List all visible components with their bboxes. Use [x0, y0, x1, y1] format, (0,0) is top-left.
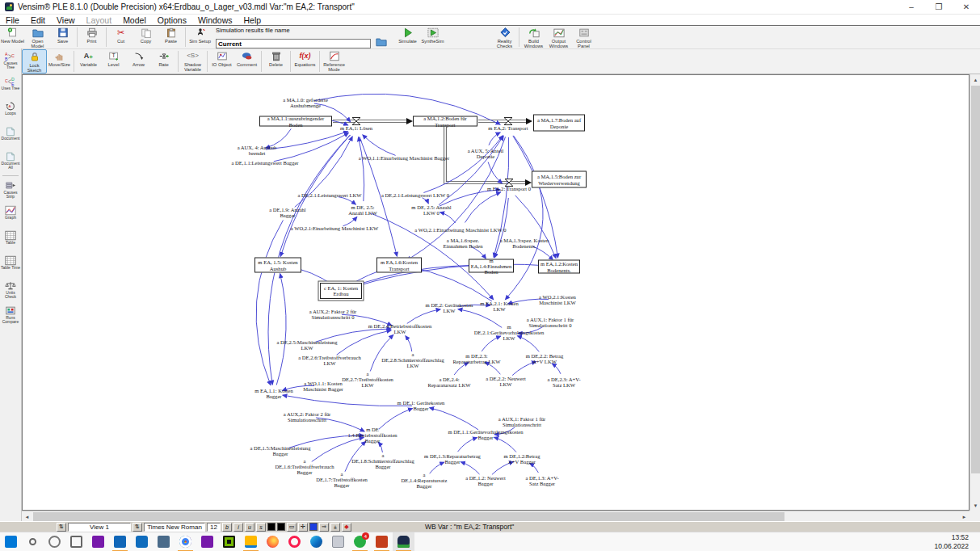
diagram-node-n_de24r[interactable]: a DE,2.4: Reparatursatz LKW [425, 376, 473, 388]
diagram-node-n_de25m[interactable]: a DE,2.5:Maschinenleistung LKW [275, 339, 339, 351]
sim-results-input[interactable] [216, 39, 371, 48]
diagram-node-v_ea2[interactable]: m EA,2: Transport [482, 125, 535, 131]
diagram-node-b_cea1[interactable]: c EA, 1: Kosten Erdbau [320, 283, 362, 299]
diagram-node-n_aux1[interactable]: a AUX,1: Faktor 1 für Simulationsschritt [490, 416, 553, 427]
style-i-button[interactable]: i [233, 523, 243, 532]
diagram-node-n_de12n[interactable]: a DE,1.2: Neuwert Bagger [465, 475, 506, 486]
new-model-button[interactable]: New Model [0, 26, 25, 48]
sim-setup-button[interactable]: Sim Setup [187, 26, 212, 48]
restore-button[interactable]: ❐ [925, 0, 953, 14]
taskbar-store[interactable] [131, 532, 153, 551]
diagram-node-b_ma11[interactable]: a MA,1.1:auszubringender Boden [259, 116, 332, 127]
hide-button[interactable]: ◆ [342, 523, 351, 532]
menu-file[interactable]: File [0, 15, 25, 25]
polarity-button[interactable]: ± [330, 523, 340, 532]
diagram-node-n_ea11[interactable]: m EA,1.1: Kosten Bagger [254, 388, 293, 399]
variable-button[interactable]: A₊ Variable [76, 49, 101, 74]
taskbar-edge[interactable] [305, 532, 327, 551]
diagram-node-b_ea12[interactable]: m EA,1.2:Kosten Bodenents. [538, 260, 580, 274]
diagram-node-n_de11lw[interactable]: a DE,1.1:Leistungswert Bagger [227, 160, 304, 166]
diagram-node-n_de22n[interactable]: a DE,2.2: Neuwert LKW [486, 376, 526, 387]
sketch-canvas[interactable] [22, 74, 969, 511]
arrow-color-swatch[interactable] [309, 523, 318, 531]
rate-button[interactable]: Rate [151, 49, 176, 74]
shape-button[interactable]: ▭ [287, 523, 297, 532]
open-model-button[interactable]: Open Model [25, 26, 50, 48]
diagram-node-n_de14b[interactable]: m DE 1.4:Betriebsstoffkosten Bagger [343, 427, 402, 444]
style-s-button[interactable]: s [256, 523, 266, 532]
style-u-button[interactable]: u [245, 523, 254, 532]
diagram-node-n_de23r[interactable]: m DE,2.3: Reparaturbetrag LKW [450, 353, 503, 364]
menu-edit[interactable]: Edit [25, 15, 51, 25]
sidebar-item-runs-compare[interactable]: Runs Compare [0, 303, 21, 328]
scroll-up-icon[interactable]: ▲ [970, 74, 980, 85]
shadow-variable-button[interactable]: <S> Shadow Variable [180, 49, 205, 74]
menu-layout[interactable]: Layout [81, 15, 118, 25]
sidebar-item-units-check[interactable]: Units Check [0, 278, 21, 303]
taskbar-phone[interactable]: 4 [349, 532, 371, 551]
taskbar-opera[interactable] [284, 532, 305, 551]
diagram-node-n_de25[interactable]: m DE, 2.5: Anzahl LKW [343, 204, 382, 216]
diagram-node-n_aux2_0[interactable]: a AUX,2: Faktor 2 für Simulationsschritt… [301, 309, 365, 320]
diagram-node-n_aux4[interactable]: a AUX, 4: Aushub beendet [236, 145, 278, 156]
equations-button[interactable]: f(x) Equations [292, 49, 318, 74]
cut-button[interactable]: ✂ Cut [108, 26, 133, 48]
style-b-button[interactable]: b [222, 523, 232, 532]
taskbar-firefox[interactable] [262, 532, 284, 551]
scroll-down-icon[interactable]: ▼ [970, 500, 980, 511]
close-button[interactable]: ✕ [953, 0, 980, 14]
simulate-button[interactable]: Simulate [395, 26, 420, 48]
horizontal-scrollbar[interactable]: ◄ ► [22, 511, 969, 521]
font-size-field[interactable]: 12 [207, 523, 221, 532]
position-button[interactable]: ✢ [298, 523, 308, 532]
save-button[interactable]: Save [50, 26, 75, 48]
view-name-field[interactable]: View 1 [68, 523, 131, 532]
diagram-node-n_aux5[interactable]: a AUX, 5: Anteil Deponie [465, 148, 506, 159]
taskbar-cortana[interactable] [44, 532, 65, 551]
diagram-node-n_de18s[interactable]: a DE,1.8:Schmierstoffzuschlag Bagger [351, 452, 415, 469]
diagram-node-b_ma15[interactable]: a MA,1.5:Boden zur Wiederverwendung [532, 171, 587, 188]
reality-checks-button[interactable]: Reality Checks [492, 26, 517, 48]
diagram-node-b_ea14[interactable]: m EA,1.4:Einnahmen Boden [469, 259, 514, 273]
sidebar-item-loops[interactable]: A Loops [0, 99, 21, 124]
taskbar-calculator[interactable] [153, 532, 175, 551]
delete-button[interactable]: Delete [263, 49, 288, 74]
diagram-node-n_wo21e0[interactable]: a WO,2.1:Einarbeitung Maschinist LKW 0 [410, 227, 511, 233]
print-button[interactable]: Print [79, 26, 104, 48]
diagram-node-n_aux2[interactable]: a AUX,2: Faktor 2 für Simulationsschritt [275, 411, 339, 423]
diagram-node-n_de24b[interactable]: m DE,2.4:Betriebsstoffkosten LKW [367, 323, 433, 334]
diagram-node-n_de19[interactable]: a DE,1.9: Anzahl Bagger [268, 207, 307, 218]
diagram-node-n_de11g[interactable]: m DE,1.1:Gerätevorhaltungskosten Bagger [448, 429, 524, 440]
taskbar-clock[interactable]: 13:52 10.06.2022 [934, 533, 969, 550]
diagram-node-b_ma12[interactable]: a MA,1.2:Boden für Transport [413, 116, 477, 127]
diagram-node-n_ma13[interactable]: a MA,1.3:spez. Kosten Bodenents. [496, 238, 553, 249]
diagram-node-n_ma10[interactable]: a MA,1.0: geforderte Aushubmenge [279, 97, 332, 108]
sidebar-item-uses-tree[interactable]: CDE Uses Tree [0, 74, 21, 99]
diagram-node-n_de23a[interactable]: a DE,2.3: A+V-Satz LKW [544, 376, 584, 388]
diagram-node-n_de28s[interactable]: a DE,2.8:Schmierstoffzuschlag LKW [380, 351, 446, 368]
sidebar-item-table[interactable]: Table [0, 228, 21, 253]
diagram-node-b_ea15[interactable]: m EA, 1.5: Kosten Aushub [254, 258, 301, 273]
sidebar-item-causes-tree[interactable]: ABC Causes Tree [0, 48, 21, 74]
level-button[interactable]: T Level [101, 49, 126, 74]
diagram-node-n_de1g[interactable]: m DE,1: Gerätekosten Bagger [396, 400, 446, 411]
diagram-node-n_de21g[interactable]: m DE,2.1:Gerätevorhaltungskosten LKW [472, 324, 546, 341]
diagram-node-n_wo21k[interactable]: a WO,2.1:Kosten Maschinist LKW [532, 294, 583, 305]
reference-mode-button[interactable]: Reference Mode [322, 49, 347, 74]
taskbar-search[interactable] [22, 532, 44, 551]
minimize-button[interactable]: – [898, 0, 925, 14]
taskbar-onenote[interactable] [196, 532, 218, 551]
vertical-scrollbar[interactable]: ▲ ▼ [969, 74, 980, 511]
diagram-node-n_de26t[interactable]: a DE,2.6:Treibstoffverbrauch LKW [297, 355, 363, 366]
view-next-button[interactable]: ⇅ [132, 523, 142, 532]
taskbar-notes[interactable] [327, 532, 349, 551]
arrow-button[interactable]: Arrow [126, 49, 151, 74]
diagram-node-v_ea2t0[interactable]: m EA,2: Transport 0 [480, 186, 538, 191]
sidebar-item-causes-strip[interactable]: Causes Strip [0, 178, 21, 203]
taskbar-groove-music[interactable] [87, 532, 109, 551]
taskbar-file-explorer[interactable] [240, 532, 262, 551]
diagram-node-n_de2g[interactable]: m DE,2: Gerätekosten LKW [425, 302, 473, 313]
diagram-node-n_de21_0[interactable]: a DE,2.1:Leistungswert LKW 0 [371, 192, 460, 198]
taskbar-powerpoint[interactable] [371, 532, 393, 551]
font-name-field[interactable]: Times New Roman [144, 523, 205, 532]
